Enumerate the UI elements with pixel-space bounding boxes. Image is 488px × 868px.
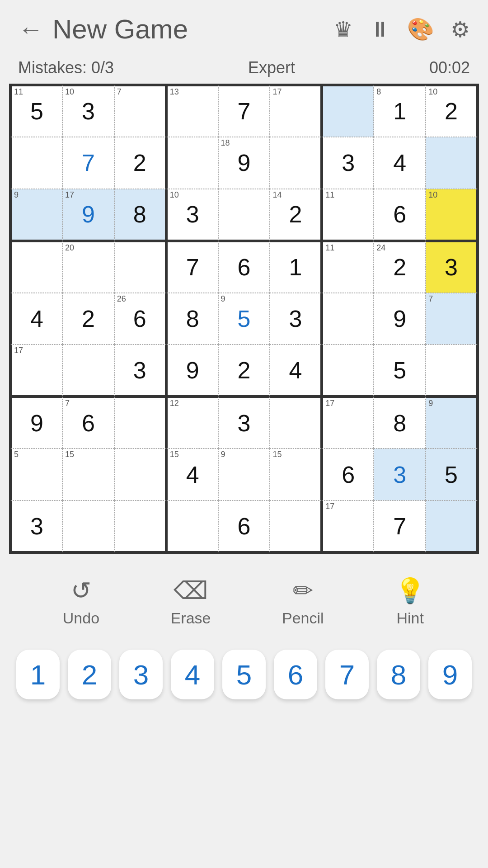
cell-r8c3[interactable] [166, 500, 218, 552]
cell-r1c4[interactable]: 189 [218, 137, 270, 189]
numpad-btn-6[interactable]: 6 [274, 650, 317, 699]
cell-r4c1[interactable]: 2 [62, 293, 114, 345]
cell-r5c4[interactable]: 2 [218, 344, 270, 396]
cell-r2c1[interactable]: 179 [62, 189, 114, 241]
numpad-btn-3[interactable]: 3 [119, 650, 163, 699]
cell-r1c8[interactable] [426, 137, 478, 189]
cell-r4c3[interactable]: 8 [166, 293, 218, 345]
cell-r3c2[interactable] [114, 241, 166, 293]
cell-r6c5[interactable] [270, 396, 322, 448]
cell-r1c2[interactable]: 2 [114, 137, 166, 189]
numpad-btn-2[interactable]: 2 [68, 650, 111, 699]
cell-r2c4[interactable] [218, 189, 270, 241]
cell-r5c0[interactable]: 17 [10, 344, 62, 396]
cell-r6c0[interactable]: 9 [10, 396, 62, 448]
cell-r0c6[interactable] [322, 85, 374, 137]
cell-r3c5[interactable]: 1 [270, 241, 322, 293]
numpad-btn-8[interactable]: 8 [377, 650, 420, 699]
cell-r3c1[interactable]: 20 [62, 241, 114, 293]
cell-r8c4[interactable]: 6 [218, 500, 270, 552]
cell-r0c5[interactable]: 17 [270, 85, 322, 137]
cell-r8c2[interactable] [114, 500, 166, 552]
cell-r1c7[interactable]: 4 [374, 137, 426, 189]
cell-r1c1[interactable]: 7 [62, 137, 114, 189]
cell-r3c8[interactable]: 3 [426, 241, 478, 293]
cell-r5c2[interactable]: 3 [114, 344, 166, 396]
cell-r2c8[interactable]: 10 [426, 189, 478, 241]
cell-r2c2[interactable]: 8 [114, 189, 166, 241]
cell-r0c3[interactable]: 13 [166, 85, 218, 137]
settings-icon[interactable]: ⚙ [450, 17, 470, 42]
back-button[interactable]: ← [18, 17, 43, 42]
cell-r7c6[interactable]: 6 [322, 448, 374, 500]
cell-r6c6[interactable]: 17 [322, 396, 374, 448]
cell-r6c1[interactable]: 76 [62, 396, 114, 448]
numpad-btn-4[interactable]: 4 [171, 650, 214, 699]
cell-r8c6[interactable]: 17 [322, 500, 374, 552]
cell-r8c8[interactable] [426, 500, 478, 552]
cell-r1c0[interactable] [10, 137, 62, 189]
cell-r3c4[interactable]: 6 [218, 241, 270, 293]
cell-r5c6[interactable] [322, 344, 374, 396]
numpad-btn-7[interactable]: 7 [325, 650, 369, 699]
cell-r5c7[interactable]: 5 [374, 344, 426, 396]
cell-r0c4[interactable]: 7 [218, 85, 270, 137]
erase-button[interactable]: ⌫ Erase [171, 576, 211, 627]
cell-r1c6[interactable]: 3 [322, 137, 374, 189]
cell-r4c0[interactable]: 4 [10, 293, 62, 345]
cell-r4c5[interactable]: 3 [270, 293, 322, 345]
cell-r2c3[interactable]: 103 [166, 189, 218, 241]
numpad-btn-5[interactable]: 5 [222, 650, 266, 699]
cell-r7c0[interactable]: 5 [10, 448, 62, 500]
cell-r2c5[interactable]: 142 [270, 189, 322, 241]
cell-r7c8[interactable]: 5 [426, 448, 478, 500]
pause-icon[interactable]: ⏸ [369, 17, 391, 42]
cell-r7c3[interactable]: 154 [166, 448, 218, 500]
hint-button[interactable]: 💡 Hint [395, 576, 425, 627]
cell-r3c3[interactable]: 7 [166, 241, 218, 293]
undo-button[interactable]: ↺ Undo [63, 576, 99, 627]
cell-r4c8[interactable]: 7 [426, 293, 478, 345]
cell-r4c6[interactable] [322, 293, 374, 345]
numpad-btn-9[interactable]: 9 [428, 650, 472, 699]
cell-r7c4[interactable]: 9 [218, 448, 270, 500]
cell-r4c4[interactable]: 95 [218, 293, 270, 345]
cell-r8c7[interactable]: 7 [374, 500, 426, 552]
cell-r8c1[interactable] [62, 500, 114, 552]
cell-r7c1[interactable]: 15 [62, 448, 114, 500]
pencil-button[interactable]: ✏ Pencil [282, 576, 324, 627]
cell-r0c1[interactable]: 103 [62, 85, 114, 137]
cell-r2c6[interactable]: 11 [322, 189, 374, 241]
cell-r6c2[interactable] [114, 396, 166, 448]
cell-r3c6[interactable]: 11 [322, 241, 374, 293]
cell-r5c8[interactable] [426, 344, 478, 396]
cell-r0c0[interactable]: 115 [10, 85, 62, 137]
crown-icon[interactable]: ♛ [333, 17, 353, 42]
cell-r4c7[interactable]: 9 [374, 293, 426, 345]
cell-r2c0[interactable]: 9 [10, 189, 62, 241]
cell-r6c3[interactable]: 12 [166, 396, 218, 448]
cell-r0c8[interactable]: 102 [426, 85, 478, 137]
cell-r1c5[interactable] [270, 137, 322, 189]
cell-r6c7[interactable]: 8 [374, 396, 426, 448]
cell-r0c7[interactable]: 81 [374, 85, 426, 137]
cell-r3c0[interactable] [10, 241, 62, 293]
cell-r4c2[interactable]: 266 [114, 293, 166, 345]
cell-r0c2[interactable]: 7 [114, 85, 166, 137]
cell-r5c5[interactable]: 4 [270, 344, 322, 396]
numpad-btn-1[interactable]: 1 [16, 650, 60, 699]
palette-icon[interactable]: 🎨 [407, 17, 434, 42]
cell-r6c8[interactable]: 9 [426, 396, 478, 448]
cell-r3c7[interactable]: 242 [374, 241, 426, 293]
cell-r7c5[interactable]: 15 [270, 448, 322, 500]
cell-r8c5[interactable] [270, 500, 322, 552]
cell-r7c7[interactable]: 3 [374, 448, 426, 500]
cell-r5c3[interactable]: 9 [166, 344, 218, 396]
cell-r6c4[interactable]: 3 [218, 396, 270, 448]
sudoku-grid[interactable]: 1151037137178110272189349179810314211610… [10, 85, 478, 552]
cell-r5c1[interactable] [62, 344, 114, 396]
cell-r2c7[interactable]: 6 [374, 189, 426, 241]
cell-r1c3[interactable] [166, 137, 218, 189]
cell-r7c2[interactable] [114, 448, 166, 500]
cell-r8c0[interactable]: 3 [10, 500, 62, 552]
